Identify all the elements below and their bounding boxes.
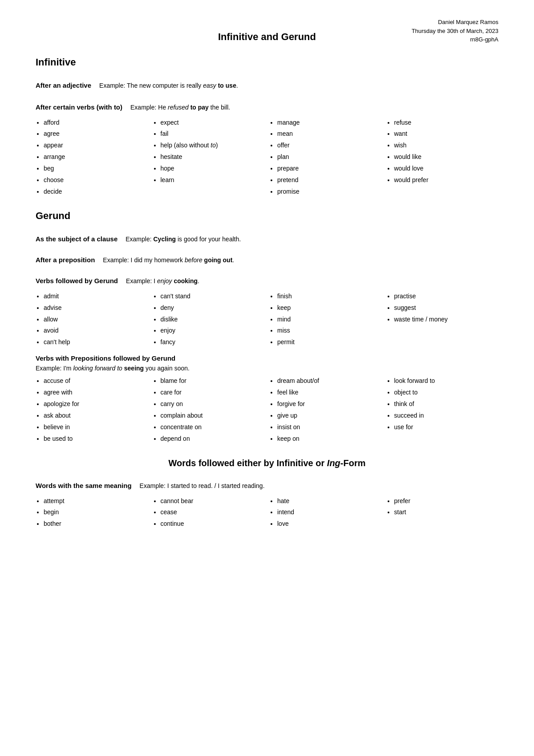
verbs-followed-row: Verbs followed by Gerund Example: I enjo… <box>36 270 498 287</box>
list-item: hope <box>161 163 265 175</box>
example-bold: seeing <box>122 365 144 372</box>
infinitive-col-2: expect fail help (also without to) hesit… <box>153 117 265 198</box>
list-item: would love <box>394 163 499 175</box>
list-item: prefer <box>394 496 499 507</box>
list-item: admit <box>44 291 148 302</box>
list-item: finish <box>277 291 382 302</box>
prep-col-2: blame for care for carry on complain abo… <box>153 375 265 444</box>
after-preposition-example: Example: I did my homework before going … <box>103 256 234 264</box>
list-item: love <box>277 518 382 530</box>
words-col-2: cannot bear cease continue <box>153 496 265 530</box>
example-italic: refused <box>168 104 189 111</box>
infinitive-section-title: Infinitive <box>36 57 498 68</box>
example-bold: going out <box>202 256 233 264</box>
list-item: blame for <box>161 375 265 387</box>
example-prefix: Example: I did my homework <box>103 256 185 264</box>
example-italic: looking forward to <box>73 365 122 372</box>
list-item: learn <box>161 175 265 186</box>
gerund-col-2: can't stand deny dislike enjoy fancy <box>153 291 265 348</box>
words-col-1: attempt begin bother <box>36 496 148 530</box>
list-item: complain about <box>161 410 265 422</box>
list-item: dream about/of <box>277 375 382 387</box>
example-bold: to pay <box>189 104 209 111</box>
example-bold: Cycling <box>153 236 176 243</box>
list-item: can't help <box>44 337 148 348</box>
list-item: allow <box>44 314 148 325</box>
after-preposition-label: After a preposition <box>36 256 95 264</box>
list-item: object to <box>394 387 499 398</box>
verbs-followed-label: Verbs followed by Gerund <box>36 277 118 285</box>
infinitive-verb-columns: afford agree appear arrange beg choose d… <box>36 117 498 198</box>
list-item: afford <box>44 117 148 129</box>
list-item: keep <box>277 302 382 314</box>
list-item: would prefer <box>394 175 499 186</box>
list-item: help (also without to) <box>161 140 265 151</box>
list-item: beg <box>44 163 148 175</box>
list-item: choose <box>44 175 148 186</box>
list-item: hate <box>277 496 382 507</box>
list-item: decide <box>44 186 148 198</box>
same-meaning-row: Words with the same meaning Example: I s… <box>36 475 498 492</box>
date: Thursday the 30th of March, 2023 <box>392 27 498 36</box>
list-item: prepare <box>277 163 382 175</box>
same-meaning-example: Example: I started to read. / I started … <box>140 482 265 489</box>
subject-clause-row: As the subject of a clause Example: Cycl… <box>36 228 498 245</box>
words-col-4: prefer start <box>386 496 499 530</box>
doc-title: Infinitive and Gerund <box>142 31 392 43</box>
gerund-col-1: admit advise allow avoid can't help <box>36 291 148 348</box>
words-either-columns: attempt begin bother cannot bear cease c… <box>36 496 498 530</box>
author: Daniel Marquez Ramos <box>392 18 498 27</box>
list-item: accuse of <box>44 375 148 387</box>
list-item: bother <box>44 518 148 530</box>
list-item: mind <box>277 314 382 325</box>
same-meaning-label: Words with the same meaning <box>36 482 132 489</box>
example-italic: enjoy <box>157 277 172 285</box>
infinitive-col-3: manage mean offer plan prepare pretend p… <box>269 117 382 198</box>
prep-col-3: dream about/of feel like forgive for giv… <box>269 375 382 444</box>
verbs-prepositions-label: Verbs with Prepositions followed by Geru… <box>36 354 498 362</box>
words-col-3: hate intend love <box>269 496 382 530</box>
list-item: agree with <box>44 387 148 398</box>
list-item: dislike <box>161 314 265 325</box>
list-item: insist on <box>277 422 382 433</box>
list-item: expect <box>161 117 265 129</box>
list-item: carry on <box>161 398 265 410</box>
list-item: advise <box>44 302 148 314</box>
list-item: feel like <box>277 387 382 398</box>
list-item: avoid <box>44 325 148 337</box>
list-item: offer <box>277 140 382 151</box>
list-item: would like <box>394 151 499 163</box>
list-item: suggest <box>394 302 499 314</box>
list-item: intend <box>277 507 382 518</box>
list-item: hesitate <box>161 151 265 163</box>
example-label: Example: I started to read. / I started … <box>140 482 265 489</box>
example-suffix: the bill. <box>209 104 230 111</box>
example-prefix: Example: I <box>126 277 157 285</box>
list-item: refuse <box>394 117 499 129</box>
header: Infinitive and Gerund Daniel Marquez Ram… <box>36 18 498 44</box>
gerund-col-4: practise suggest waste time / money <box>386 291 499 348</box>
list-item: plan <box>277 151 382 163</box>
example-italic: easy <box>203 82 216 89</box>
code: rn8G-gphA <box>392 35 498 44</box>
list-item: use for <box>394 422 499 433</box>
after-verbs-example: Example: He refused to pay the bill. <box>130 104 230 111</box>
list-item: pretend <box>277 175 382 186</box>
example-prefix: Example: The new computer is really <box>99 82 203 89</box>
doc-info: Daniel Marquez Ramos Thursday the 30th o… <box>392 18 498 44</box>
example-italic: before <box>185 256 202 264</box>
list-item: arrange <box>44 151 148 163</box>
list-item: waste time / money <box>394 314 499 325</box>
list-item: attempt <box>44 496 148 507</box>
words-either-section-title: Words followed either by Infinitive or I… <box>36 458 498 468</box>
gerund-col-3: finish keep mind miss permit <box>269 291 382 348</box>
list-item: believe in <box>44 422 148 433</box>
list-item: concentrate on <box>161 422 265 433</box>
list-item: continue <box>161 518 265 530</box>
list-item: fail <box>161 128 265 140</box>
list-item: succeed in <box>394 410 499 422</box>
list-item: think of <box>394 398 499 410</box>
list-item: can't stand <box>161 291 265 302</box>
example-suffix: . <box>236 82 238 89</box>
list-item: start <box>394 507 499 518</box>
